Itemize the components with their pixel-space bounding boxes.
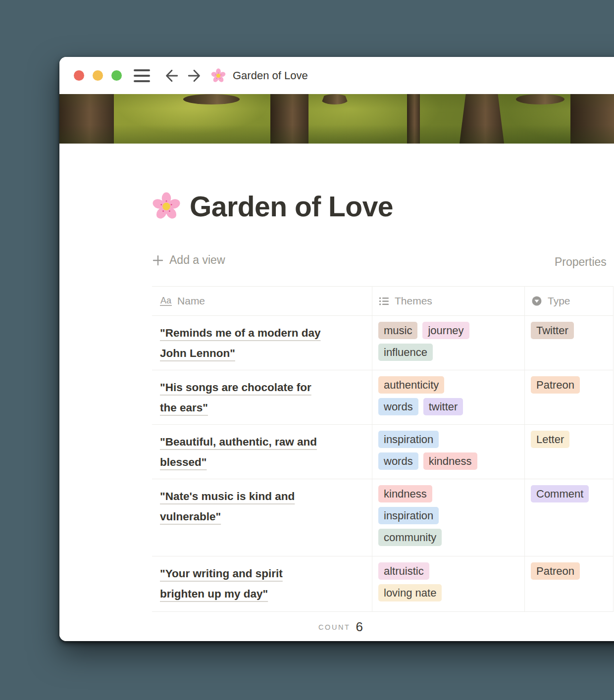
tag[interactable]: words	[378, 398, 418, 415]
tree-trunk	[59, 94, 114, 144]
themes-cell[interactable]: authenticitywordstwitter	[372, 370, 525, 424]
tag-line: inspiration	[378, 431, 439, 448]
row-title[interactable]: brighten up my day"	[160, 588, 268, 600]
tag[interactable]: words	[378, 452, 418, 470]
name-cell[interactable]: "Reminds me of a modern dayJohn Lennon"	[152, 316, 372, 370]
count-label[interactable]: COUNT	[318, 623, 351, 631]
tag[interactable]: kindness	[378, 485, 432, 502]
type-cell[interactable]: Comment	[525, 479, 614, 556]
database-table: Aa Name Themes	[152, 286, 614, 641]
tag[interactable]: Patreon	[531, 562, 580, 580]
tag-line: inspiration	[378, 507, 439, 524]
window-title: Garden of Love	[233, 69, 308, 82]
column-header-themes[interactable]: Themes	[372, 287, 525, 315]
tag[interactable]: influence	[378, 344, 433, 361]
tag[interactable]: Comment	[531, 485, 589, 502]
themes-cell[interactable]: altruisticloving nate	[372, 556, 525, 611]
minimize-button[interactable]	[93, 70, 103, 81]
tag[interactable]: Letter	[531, 431, 569, 448]
row-title[interactable]: "His songs are chocolate for	[160, 381, 311, 394]
tree-trunk	[570, 94, 614, 144]
tag[interactable]: community	[378, 529, 442, 546]
themes-cell[interactable]: kindnessinspirationcommunity	[372, 479, 525, 556]
close-button[interactable]	[74, 70, 84, 81]
tag-line: loving nate	[378, 584, 442, 601]
notion-window: Garden of Love	[59, 57, 614, 641]
row-title[interactable]: the ears"	[160, 401, 208, 414]
cover-image	[59, 94, 614, 144]
type-cell[interactable]: Twitter	[525, 316, 614, 370]
column-label: Type	[548, 295, 570, 307]
tag[interactable]: inspiration	[378, 507, 439, 524]
name-cell[interactable]: "Nate's music is kind andvulnerable"	[152, 479, 372, 556]
tag-line: influence	[378, 344, 433, 361]
text-property-icon: Aa	[160, 296, 172, 306]
tag-line: altruistic	[378, 562, 429, 580]
row-title[interactable]: "Your writing and spirit	[160, 567, 283, 580]
table-footer: COUNT 6	[152, 612, 529, 641]
count-value[interactable]: 6	[356, 619, 363, 635]
table-row: "His songs are chocolate forthe ears"aut…	[152, 370, 614, 425]
tag[interactable]: kindness	[423, 452, 477, 470]
column-header-name[interactable]: Aa Name	[152, 287, 372, 315]
table-row: "Reminds me of a modern dayJohn Lennon"m…	[152, 316, 614, 370]
page-content: Garden of Love Add a view Properties Aa …	[59, 144, 614, 641]
row-title[interactable]: "Beautiful, authentic, raw and	[160, 436, 317, 448]
plus-icon	[152, 254, 164, 266]
tree-trunk	[407, 94, 420, 144]
tree-trunk	[270, 94, 308, 144]
properties-button[interactable]: Properties	[555, 255, 607, 269]
multi-select-icon	[379, 296, 389, 306]
row-title[interactable]: "Nate's music is kind and	[160, 490, 295, 502]
tag[interactable]: inspiration	[378, 431, 439, 448]
tag-line: authenticity	[378, 376, 444, 394]
name-cell[interactable]: "His songs are chocolate forthe ears"	[152, 370, 372, 424]
table-row: "Beautiful, authentic, raw andblessed"in…	[152, 425, 614, 479]
tag-line: wordstwitter	[378, 398, 463, 415]
select-icon	[531, 296, 542, 306]
zoom-button[interactable]	[111, 70, 122, 81]
tag-line: kindness	[378, 485, 432, 502]
name-cell[interactable]: "Beautiful, authentic, raw andblessed"	[152, 425, 372, 479]
row-title[interactable]: "Reminds me of a modern day	[160, 327, 321, 339]
add-view-label: Add a view	[169, 253, 225, 267]
table-row: "Your writing and spiritbrighten up my d…	[152, 556, 614, 612]
page-title-row: Garden of Love	[152, 191, 393, 222]
type-cell[interactable]: Patreon	[525, 556, 614, 611]
table-row: "Nate's music is kind andvulnerable"kind…	[152, 479, 614, 556]
tag[interactable]: twitter	[423, 398, 463, 415]
row-title[interactable]: John Lennon"	[160, 347, 235, 359]
page-title: Garden of Love	[190, 191, 393, 222]
cherry-blossom-icon	[211, 68, 226, 83]
column-label: Name	[177, 295, 205, 307]
tree-trunk	[460, 94, 504, 144]
tag[interactable]: loving nate	[378, 584, 442, 601]
back-button[interactable]	[163, 67, 180, 84]
tree-trunk	[516, 94, 564, 104]
tag[interactable]: Twitter	[531, 322, 574, 339]
type-cell[interactable]: Patreon	[525, 370, 614, 424]
tag-line: wordskindness	[378, 452, 477, 470]
themes-cell[interactable]: musicjourneyinfluence	[372, 316, 525, 370]
row-title[interactable]: vulnerable"	[160, 510, 221, 523]
tag[interactable]: authenticity	[378, 376, 444, 394]
column-label: Themes	[395, 295, 432, 307]
table-rows: "Reminds me of a modern dayJohn Lennon"m…	[152, 316, 614, 612]
tag[interactable]: altruistic	[378, 562, 429, 580]
themes-cell[interactable]: inspirationwordskindness	[372, 425, 525, 479]
type-cell[interactable]: Letter	[525, 425, 614, 479]
traffic-lights	[74, 70, 122, 81]
forward-button[interactable]	[186, 67, 203, 84]
titlebar: Garden of Love	[59, 57, 614, 94]
tag[interactable]: Patreon	[531, 376, 580, 394]
name-cell[interactable]: "Your writing and spiritbrighten up my d…	[152, 556, 372, 611]
cherry-blossom-icon[interactable]	[152, 192, 181, 221]
tag-line: musicjourney	[378, 322, 469, 339]
hamburger-menu-icon[interactable]	[134, 69, 150, 82]
tag-line: community	[378, 529, 442, 546]
tag[interactable]: journey	[422, 322, 469, 339]
row-title[interactable]: blessed"	[160, 456, 206, 468]
add-view-button[interactable]: Add a view	[152, 253, 225, 267]
tag[interactable]: music	[378, 322, 417, 339]
column-header-type[interactable]: Type	[525, 287, 614, 315]
